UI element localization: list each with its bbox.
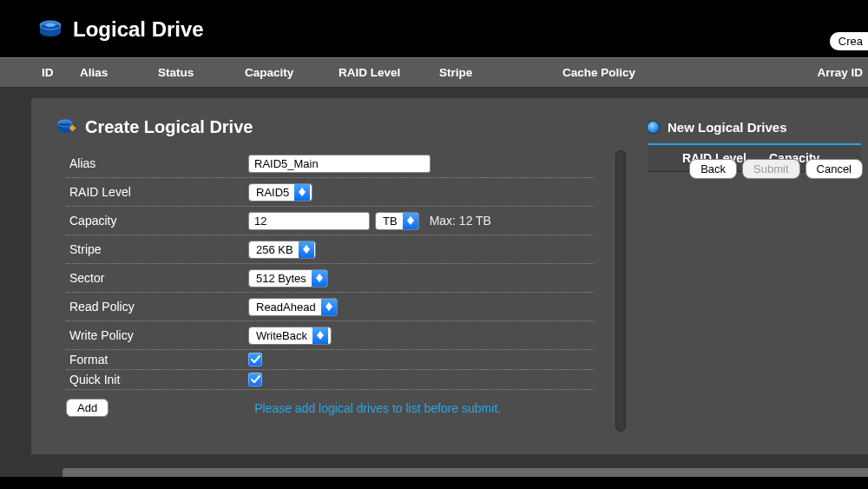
row-stripe: Stripe 256 KB [66,235,594,264]
add-row: Add Please add logical drives to list be… [66,399,594,417]
col-raid-level: RAID Level [339,66,439,79]
updown-icon [403,213,418,229]
row-quick-init: Quick Init [66,370,594,390]
list-column-header: ID Alias Status Capacity RAID Level Stri… [0,57,868,88]
col-status: Status [132,66,236,79]
capacity-unit-select[interactable]: TB [375,212,419,230]
col-capacity: Capacity [236,66,339,79]
col-cache-policy: Cache Policy [545,66,719,79]
write-policy-value: WriteBack [256,329,312,342]
row-write-policy: Write Policy WriteBack [66,321,594,350]
updown-icon [321,299,337,315]
col-id: ID [0,66,45,79]
submit-button: Submit [742,159,799,179]
col-alias: Alias [45,66,132,79]
capacity-input[interactable] [248,212,370,230]
content-area: Create Logical Drive Alias RAID Level RA… [0,88,868,477]
disk-stack-icon [38,20,62,39]
col-array-id: Array ID [719,66,868,79]
create-drive-icon [57,119,76,136]
row-alias: Alias [66,149,594,178]
write-policy-select[interactable]: WriteBack [248,327,332,345]
raid-level-select[interactable]: RAID5 [248,183,312,202]
svg-rect-6 [71,125,74,131]
sector-label: Sector [66,271,248,285]
row-capacity: Capacity TB Max: 12 TB [66,207,594,235]
quick-init-checkbox[interactable] [248,373,262,387]
stripe-value: 256 KB [256,243,299,256]
raid-level-label: RAID Level [66,185,248,199]
capacity-max: Max: 12 TB [430,214,491,228]
sector-select[interactable]: 512 Bytes [248,269,328,287]
read-policy-label: Read Policy [66,300,248,314]
alias-label: Alias [66,156,248,170]
updown-icon [299,241,314,258]
format-checkbox[interactable] [248,353,262,367]
radio-indicator-icon[interactable] [648,122,659,133]
capacity-label: Capacity [66,214,248,228]
back-button[interactable]: Back [689,159,737,179]
cancel-button[interactable]: Cancel [806,159,863,179]
new-drives-title: New Logical Drives [667,120,787,135]
create-button[interactable]: Crea [830,32,868,50]
sector-value: 512 Bytes [256,272,312,285]
read-policy-select[interactable]: ReadAhead [248,298,338,316]
add-button[interactable]: Add [66,399,108,417]
panel-title: Create Logical Drive [85,117,253,137]
vertical-scrollbar[interactable] [615,150,627,432]
write-policy-label: Write Policy [66,328,248,342]
format-label: Format [66,353,248,367]
row-raid-level: RAID Level RAID5 [66,178,594,207]
hint-message: Please add logical drives to list before… [254,401,501,415]
capacity-unit-value: TB [383,215,403,228]
quick-init-label: Quick Init [66,373,248,387]
stripe-select[interactable]: 256 KB [248,241,316,259]
stripe-label: Stripe [66,242,248,256]
raid-level-value: RAID5 [256,186,294,199]
form-column: Create Logical Drive Alias RAID Level RA… [57,117,594,417]
row-format: Format [66,350,594,370]
new-drives-column: New Logical Drives RAID Level Capacity B… [648,117,868,172]
create-panel: Create Logical Drive Alias RAID Level RA… [31,98,868,454]
updown-icon [312,270,327,287]
updown-icon [312,327,328,344]
page-title: Logical Drive [73,17,204,42]
alias-input[interactable] [248,155,431,173]
updown-icon [294,184,310,201]
svg-point-2 [45,23,56,27]
row-sector: Sector 512 Bytes [66,264,594,293]
col-stripe: Stripe [439,66,545,79]
row-read-policy: Read Policy ReadAhead [66,293,594,321]
action-buttons: Back Submit Cancel [689,159,863,179]
bottom-scrollbar[interactable] [62,468,868,477]
page-header: Logical Drive Crea [0,0,868,57]
read-policy-value: ReadAhead [256,301,321,314]
